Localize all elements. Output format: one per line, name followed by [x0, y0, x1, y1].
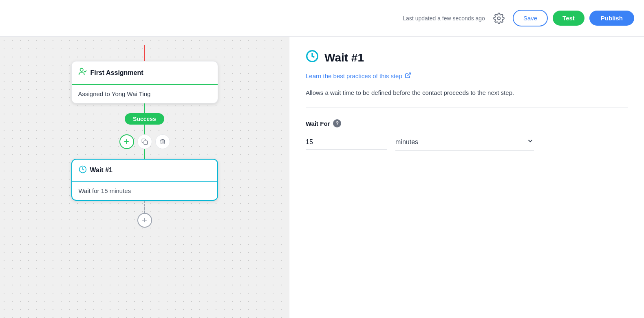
chevron-down-icon — [527, 137, 534, 147]
detail-title-row: Wait #1 — [306, 50, 628, 66]
wait-value-input[interactable] — [306, 135, 387, 150]
card-actions — [137, 134, 170, 149]
wait-for-section: Wait For ? — [306, 119, 628, 127]
connector-2 — [144, 125, 145, 134]
detail-clock-icon — [306, 50, 319, 66]
detail-description: Allows a wait time to be defined before … — [306, 88, 628, 108]
save-button[interactable]: Save — [513, 10, 548, 26]
wait-card-body: Wait for 15 minutes — [72, 182, 217, 200]
dashed-connector — [144, 201, 145, 213]
svg-point-1 — [80, 68, 83, 71]
canvas-content: First Assignment Assigned to Yong Wai Ti… — [71, 37, 218, 228]
wait-unit-text: minutes — [395, 138, 523, 146]
add-step-row: + — [119, 134, 170, 149]
assignment-icon — [78, 67, 87, 78]
header: Last updated a few seconds ago Save Test… — [0, 0, 644, 37]
wait-for-label-text: Wait For — [306, 120, 330, 127]
settings-icon[interactable] — [493, 13, 505, 24]
publish-button[interactable]: Publish — [589, 11, 634, 26]
svg-line-5 — [407, 73, 410, 76]
learn-best-practices-link[interactable]: Learn the best practices of this step — [306, 72, 628, 80]
learn-link-text: Learn the best practices of this step — [306, 72, 402, 79]
assignment-card-body: Assigned to Yong Wai Ting — [72, 85, 218, 103]
svg-point-0 — [497, 17, 500, 20]
svg-rect-2 — [144, 141, 148, 145]
wait-clock-icon — [79, 165, 87, 175]
test-button[interactable]: Test — [553, 11, 584, 26]
last-updated-text: Last updated a few seconds ago — [403, 15, 485, 22]
assignment-card-header: First Assignment — [72, 61, 218, 85]
connector-1 — [144, 103, 145, 113]
connector-3 — [144, 149, 145, 159]
detail-panel: Wait #1 Learn the best practices of this… — [289, 37, 644, 318]
wait-card-title: Wait #1 — [90, 167, 112, 174]
wait-card-header: Wait #1 — [72, 160, 217, 182]
copy-button[interactable] — [137, 134, 152, 149]
wait-card[interactable]: Wait #1 Wait for 15 minutes — [71, 159, 218, 201]
delete-button[interactable] — [155, 134, 170, 149]
success-badge[interactable]: Success — [125, 113, 164, 125]
workflow-canvas: First Assignment Assigned to Yong Wai Ti… — [0, 37, 289, 318]
detail-title: Wait #1 — [324, 51, 364, 64]
external-link-icon — [405, 72, 411, 80]
main-layout: First Assignment Assigned to Yong Wai Ti… — [0, 37, 644, 318]
add-step-button[interactable]: + — [119, 134, 134, 149]
start-connector — [144, 45, 145, 61]
wait-inputs-row: minutes — [306, 134, 628, 151]
assignment-card[interactable]: First Assignment Assigned to Yong Wai Ti… — [71, 61, 218, 103]
help-icon[interactable]: ? — [333, 119, 341, 127]
add-next-button[interactable]: + — [137, 213, 152, 228]
assignment-card-title: First Assignment — [90, 69, 143, 77]
wait-unit-selector[interactable]: minutes — [395, 134, 534, 151]
